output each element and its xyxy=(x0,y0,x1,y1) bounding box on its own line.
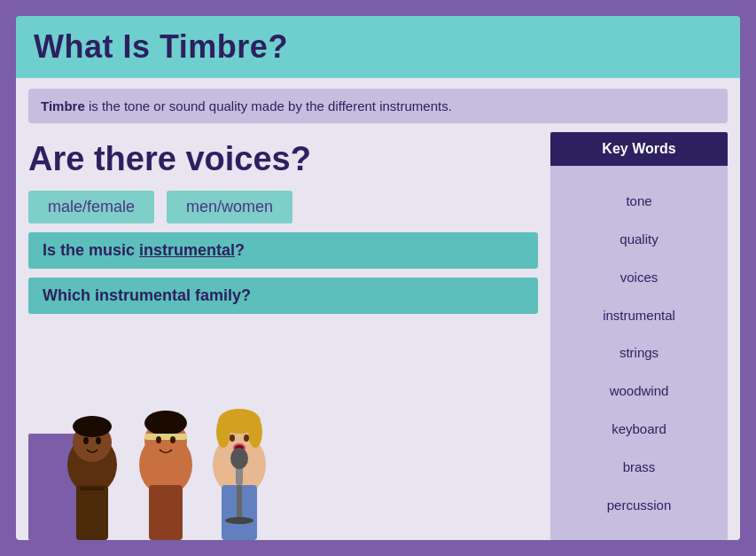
svg-point-10 xyxy=(144,411,187,435)
svg-rect-6 xyxy=(76,485,108,540)
keyword-percussion: percussion xyxy=(607,495,672,515)
svg-point-13 xyxy=(170,436,175,443)
svg-point-21 xyxy=(244,435,249,442)
keyword-quality: quality xyxy=(620,229,658,249)
svg-rect-7 xyxy=(80,487,105,490)
key-words-header: Key Words xyxy=(550,132,728,166)
svg-point-19 xyxy=(248,416,262,448)
page-title: What Is Timbre? xyxy=(34,28,722,66)
svg-rect-11 xyxy=(144,434,187,440)
keyword-keyboard: keyboard xyxy=(612,419,666,439)
svg-rect-14 xyxy=(149,485,183,540)
keyword-voices: voices xyxy=(620,267,659,287)
definition-bold: Timbre xyxy=(41,98,85,114)
svg-point-18 xyxy=(216,416,230,448)
svg-point-12 xyxy=(156,436,161,443)
voice-tag-men-women: men/women xyxy=(167,191,292,223)
right-panel: Key Words tone quality voices instrument… xyxy=(550,132,728,540)
svg-point-5 xyxy=(96,437,101,444)
definition-bar: Timbre is the tone or sound quality made… xyxy=(28,89,728,123)
definition-text: is the tone or sound quality made by the… xyxy=(85,98,452,114)
svg-point-20 xyxy=(230,435,235,442)
voice-tag-male-female: male/female xyxy=(28,191,154,223)
keyword-strings: strings xyxy=(620,342,659,363)
instrumental-label: Is the music instrumental? xyxy=(43,241,245,259)
instrumental-box: Is the music instrumental? xyxy=(28,232,538,269)
keyword-tone: tone xyxy=(626,191,651,211)
instrumental-underline: instrumental xyxy=(139,241,235,259)
left-panel: Are there voices? male/female men/women … xyxy=(28,132,538,540)
page-wrapper: What Is Timbre? Timbre is the tone or so… xyxy=(0,0,756,556)
family-box: Which instrumental family? xyxy=(28,278,538,314)
content-area: Are there voices? male/female men/women … xyxy=(16,123,740,540)
svg-rect-27 xyxy=(237,485,242,521)
main-question: Are there voices? xyxy=(28,141,538,178)
svg-point-28 xyxy=(225,517,253,524)
keyword-brass: brass xyxy=(623,457,656,477)
svg-point-26 xyxy=(230,448,248,469)
title-bar: What Is Timbre? xyxy=(16,16,740,78)
keyword-instrumental: instrumental xyxy=(603,305,675,325)
key-words-list: tone quality voices instrumental strings… xyxy=(550,166,728,540)
voices-row: male/female men/women xyxy=(28,191,538,223)
singers-illustration xyxy=(28,380,312,540)
svg-point-3 xyxy=(73,416,112,437)
main-card: Timbre is the tone or sound quality made… xyxy=(16,78,740,540)
keyword-woodwind: woodwind xyxy=(610,380,669,401)
illustration-area xyxy=(28,380,538,540)
family-label: Which instrumental family? xyxy=(43,286,251,304)
svg-point-4 xyxy=(83,437,89,444)
